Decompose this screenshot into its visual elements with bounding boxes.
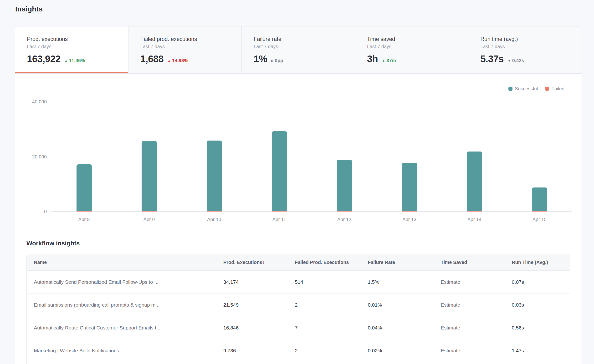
table-row: Automatically Send Personalized Email Fo…	[27, 270, 570, 293]
card-failure-rate[interactable]: Failure rate Last 7 days 1% 0pp	[242, 26, 355, 73]
table-row-partial	[27, 362, 570, 364]
bar-apr-14[interactable]	[467, 152, 482, 212]
y-axis-tick-20000: 20,000	[32, 154, 47, 159]
workflow-name-link[interactable]: Marketing | Website Build Notifications	[34, 348, 119, 353]
card-value: 3h	[367, 53, 378, 64]
card-value-row: 3h 37m	[367, 53, 456, 64]
run-time-value: 0.03s	[512, 302, 570, 308]
legend-failed-label: Failed	[552, 86, 564, 92]
card-prod-executions[interactable]: Prod. executions Last 7 days 163,922 11.…	[15, 26, 128, 73]
sort-desc-icon: ↓	[262, 260, 265, 265]
delta-value: 0.42s	[512, 58, 524, 63]
bar-successful-segment	[207, 140, 222, 211]
bar-successful-segment	[402, 163, 417, 211]
estimate-link[interactable]: Estimate	[441, 279, 460, 285]
chart-legend: Successful Failed	[15, 85, 564, 92]
bar-cell	[377, 102, 442, 212]
column-header-name[interactable]: Name	[27, 260, 223, 265]
card-delta: 14.93%	[167, 58, 188, 63]
bar-successful-segment	[337, 160, 352, 211]
x-axis-label: Apr 13	[377, 217, 442, 224]
column-header-run-time-avg[interactable]: Run Time (Avg.)	[512, 260, 570, 265]
card-value-row: 1% 0pp	[254, 53, 343, 64]
failed-prod-executions-value: 2	[295, 348, 368, 353]
bar-successful-segment	[272, 131, 287, 211]
bar-failed-segment	[272, 211, 287, 212]
run-time-value: 1.47s	[512, 348, 570, 353]
failed-prod-executions-value: 7	[295, 325, 368, 331]
card-failed-prod-executions[interactable]: Failed prod. executions Last 7 days 1,68…	[128, 26, 242, 73]
bar-apr-12[interactable]	[337, 160, 352, 212]
estimate-link[interactable]: Estimate	[441, 325, 460, 331]
x-axis-label: Apr 14	[442, 217, 507, 224]
card-period: Last 7 days	[254, 43, 343, 50]
y-axis-tick-0: 0	[44, 209, 47, 214]
failed-prod-executions-value: 2	[295, 302, 368, 308]
bar-apr-11[interactable]	[272, 131, 287, 212]
card-run-time-avg[interactable]: Run time (avg.) Last 7 days 5.37s 0.42s	[468, 26, 582, 73]
table-row: Automatically Route Critical Customer Su…	[27, 316, 570, 339]
bar-successful-segment	[532, 187, 547, 211]
card-period: Last 7 days	[27, 43, 116, 50]
prod-executions-value: 16,846	[223, 325, 295, 331]
workflow-name-link[interactable]: Email sumissions (onboarding call prompt…	[34, 302, 160, 308]
card-label: Time saved	[367, 35, 456, 43]
y-axis-tick-40000: 40,000	[32, 99, 47, 105]
workflow-name-link[interactable]: Automatically Route Critical Customer Su…	[34, 325, 160, 331]
prod-executions-value: 34,174	[223, 279, 295, 285]
bar-failed-segment	[76, 211, 92, 212]
column-header-failure-rate[interactable]: Failure Rate	[368, 260, 441, 265]
table-header-row: Name Prod. Executions↓ Failed Prod. Exec…	[27, 254, 570, 270]
bar-cell	[117, 102, 182, 212]
bar-failed-segment	[532, 211, 547, 212]
card-value: 163,922	[27, 53, 61, 64]
estimate-link[interactable]: Estimate	[441, 302, 460, 308]
column-header-prod-executions[interactable]: Prod. Executions↓	[223, 260, 295, 265]
insights-panel: Prod. executions Last 7 days 163,922 11.…	[15, 26, 582, 364]
trend-up-icon	[64, 58, 68, 63]
card-value: 1%	[254, 53, 267, 64]
chart-bars	[52, 102, 572, 212]
delta-value: 37m	[386, 58, 396, 63]
bar-cell	[442, 102, 507, 212]
legend-failed[interactable]: Failed	[545, 86, 564, 92]
trend-up-icon	[167, 58, 171, 63]
card-period: Last 7 days	[367, 43, 456, 50]
bar-apr-15[interactable]	[532, 187, 547, 212]
card-value: 5.37s	[480, 53, 504, 64]
failure-rate-value: 0.04%	[368, 325, 441, 331]
bar-apr-10[interactable]	[207, 140, 222, 212]
card-delta: 37m	[382, 58, 396, 63]
bar-apr-13[interactable]	[402, 163, 417, 212]
estimate-link[interactable]: Estimate	[441, 348, 460, 353]
workflow-name-link[interactable]: Automatically Send Personalized Email Fo…	[34, 279, 159, 285]
failure-rate-value: 0.01%	[368, 302, 441, 308]
table-row: Marketing | Website Build Notifications …	[27, 339, 570, 362]
x-axis-label: Apr 10	[182, 217, 247, 224]
legend-successful[interactable]: Successful	[508, 86, 538, 92]
delta-value: 14.93%	[172, 58, 188, 63]
bar-cell	[52, 102, 117, 212]
failed-prod-executions-value: 514	[295, 279, 368, 285]
card-label: Prod. executions	[27, 35, 116, 43]
card-value: 1,688	[140, 53, 164, 64]
failure-rate-value: 0.02%	[368, 348, 441, 353]
card-time-saved[interactable]: Time saved Last 7 days 3h 37m	[355, 26, 469, 73]
card-delta: 0.42s	[507, 58, 524, 63]
column-header-failed-prod-executions[interactable]: Failed Prod. Executions	[295, 260, 368, 265]
column-header-time-saved[interactable]: Time Saved	[441, 260, 512, 265]
bar-apr-8[interactable]	[76, 164, 92, 212]
page-title: Insights	[15, 4, 594, 14]
prod-executions-value: 21,549	[223, 302, 295, 308]
delta-value: 0pp	[275, 58, 284, 63]
card-label: Failure rate	[254, 35, 343, 43]
card-delta: 11.46%	[64, 58, 85, 63]
card-value-row: 5.37s 0.42s	[480, 53, 570, 64]
workflow-insights-title: Workflow insights	[27, 239, 582, 247]
legend-successful-label: Successful	[515, 86, 538, 92]
card-period: Last 7 days	[140, 43, 230, 50]
legend-failed-swatch	[545, 87, 549, 91]
legend-successful-swatch	[508, 87, 513, 91]
bar-successful-segment	[76, 164, 92, 211]
bar-apr-9[interactable]	[142, 141, 157, 212]
